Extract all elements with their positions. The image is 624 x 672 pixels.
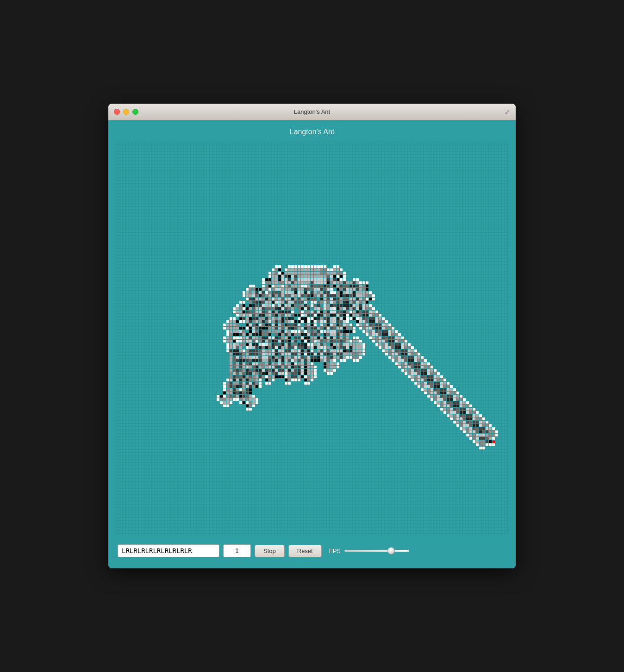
traffic-lights (114, 109, 138, 115)
application-window: Langton's Ant ⤢ Langton's Ant Stop Reset… (108, 104, 516, 568)
expand-icon[interactable]: ⤢ (505, 108, 510, 116)
titlebar: Langton's Ant ⤢ (108, 104, 516, 120)
minimize-button[interactable] (123, 109, 129, 115)
simulation-canvas-container (116, 142, 508, 534)
app-title: Langton's Ant (116, 128, 508, 136)
close-button[interactable] (114, 109, 120, 115)
maximize-button[interactable] (132, 109, 138, 115)
main-content: Langton's Ant Stop Reset FPS (108, 120, 516, 568)
rule-input[interactable] (118, 544, 219, 557)
fps-label: FPS (329, 548, 341, 554)
window-title: Langton's Ant (294, 108, 330, 115)
step-input[interactable] (223, 544, 251, 557)
simulation-canvas (116, 142, 508, 534)
fps-slider[interactable] (344, 550, 409, 552)
stop-button[interactable]: Stop (255, 545, 285, 557)
controls-bar: Stop Reset FPS (116, 541, 508, 561)
reset-button[interactable]: Reset (288, 545, 322, 557)
